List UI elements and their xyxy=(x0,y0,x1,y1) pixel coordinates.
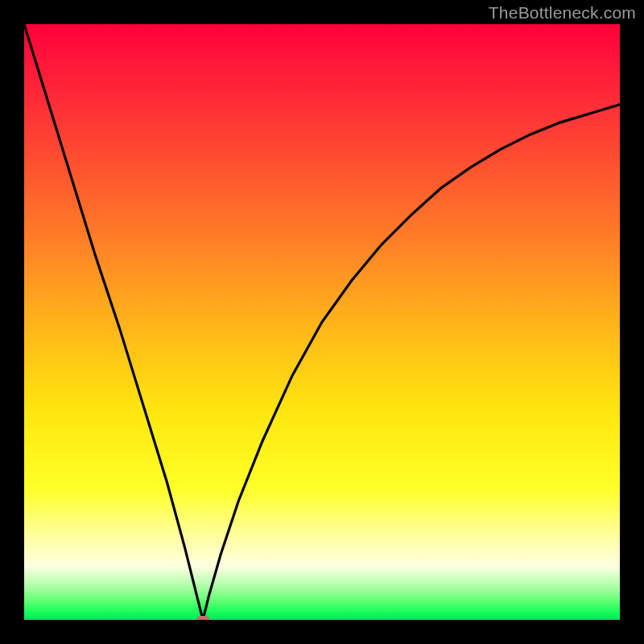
bottleneck-curve xyxy=(24,24,620,620)
watermark-text: TheBottleneck.com xyxy=(489,3,636,23)
chart-frame: TheBottleneck.com xyxy=(0,0,644,644)
optimal-point-marker xyxy=(196,616,209,620)
plot-area xyxy=(24,24,620,620)
